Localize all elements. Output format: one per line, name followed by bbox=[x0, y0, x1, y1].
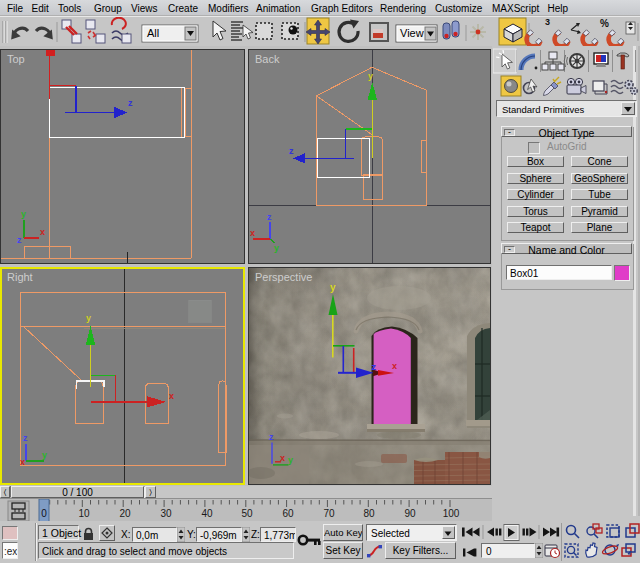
svg-text:z: z bbox=[269, 432, 274, 442]
svg-text:30: 30 bbox=[160, 508, 172, 519]
svg-text:z: z bbox=[289, 146, 294, 156]
svg-text:80: 80 bbox=[363, 508, 375, 519]
svg-text:0: 0 bbox=[41, 508, 47, 519]
svg-text:All: All bbox=[147, 27, 159, 39]
svg-text:z: z bbox=[17, 235, 22, 245]
svg-text:%: % bbox=[600, 18, 609, 29]
svg-text:x: x bbox=[250, 228, 255, 238]
svg-text:70: 70 bbox=[323, 508, 335, 519]
svg-text:View: View bbox=[400, 27, 424, 39]
svg-text:90: 90 bbox=[404, 508, 416, 519]
svg-text:3: 3 bbox=[545, 17, 550, 27]
svg-text:y: y bbox=[288, 455, 293, 465]
svg-text:z: z bbox=[23, 433, 28, 443]
svg-text:50: 50 bbox=[241, 508, 253, 519]
svg-text:y: y bbox=[86, 313, 91, 323]
svg-text:60: 60 bbox=[282, 508, 294, 519]
svg-text:x: x bbox=[392, 361, 397, 371]
svg-text:20: 20 bbox=[119, 508, 131, 519]
svg-text:100: 100 bbox=[443, 508, 460, 519]
svg-text:y: y bbox=[21, 209, 26, 219]
svg-text:40: 40 bbox=[201, 508, 213, 519]
svg-text:x: x bbox=[169, 391, 174, 401]
svg-text:z: z bbox=[128, 98, 133, 108]
svg-text:y: y bbox=[274, 243, 279, 253]
svg-text:y: y bbox=[330, 282, 336, 293]
svg-text:x: x bbox=[40, 227, 45, 237]
svg-text:x: x bbox=[280, 453, 285, 463]
svg-text:10: 10 bbox=[78, 508, 90, 519]
svg-text:z: z bbox=[267, 212, 272, 222]
svg-text:z: z bbox=[372, 362, 377, 372]
svg-text:y: y bbox=[368, 71, 373, 81]
svg-text:y: y bbox=[42, 450, 47, 460]
svg-text:x: x bbox=[20, 457, 25, 467]
